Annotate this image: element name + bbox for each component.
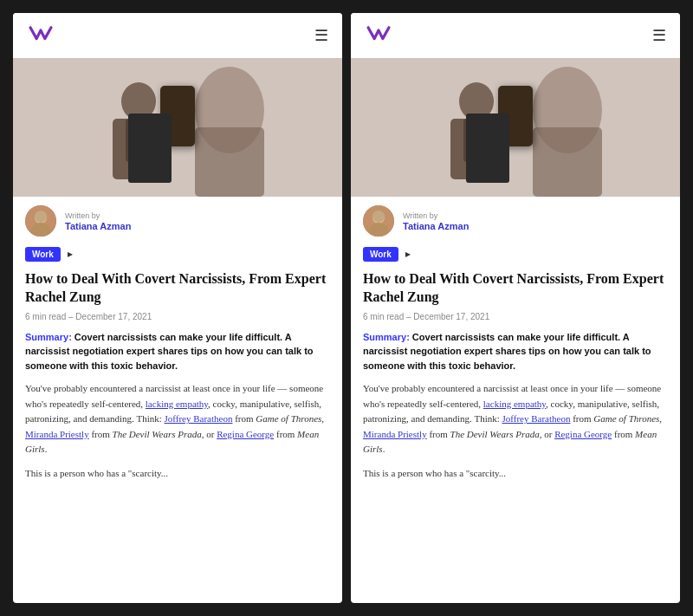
link4-right[interactable]: Regina George <box>554 429 612 439</box>
body4-right: , <box>659 413 662 424</box>
tag-row-left: Work ▸ <box>13 242 342 265</box>
body-end-right: This is a person who has a "scarcity... <box>351 463 680 487</box>
svg-point-5 <box>126 159 152 173</box>
written-by-right: Written by <box>403 211 469 220</box>
hero-image-left <box>13 58 342 197</box>
svg-rect-3 <box>126 119 152 162</box>
photo-scene-right <box>351 58 680 197</box>
cursor-left: ▸ <box>68 248 73 260</box>
italic2-left: The Devil Wears Prada <box>113 429 202 439</box>
logo-left <box>27 23 55 48</box>
body4-left: , <box>321 413 324 424</box>
body9-left: This is a person who has a "scarcity... <box>25 468 168 478</box>
tag-left[interactable]: Work <box>25 247 61 262</box>
body-end-left: This is a person who has a "scarcity... <box>13 463 342 487</box>
author-info-right: Written by Tatiana Azman <box>403 211 469 231</box>
hero-image-right <box>351 58 680 197</box>
link2-right[interactable]: Joffrey Baratheon <box>502 413 571 424</box>
article-title-left: How to Deal With Covert Narcissists, Fro… <box>13 265 342 310</box>
avatar-right <box>363 205 394 237</box>
italic1-left: Game of Thrones <box>256 413 321 424</box>
summary-label-right: Summary: <box>363 332 410 342</box>
body8-right: . <box>383 444 385 454</box>
svg-rect-16 <box>463 119 489 162</box>
hamburger-menu-left[interactable]: ☰ <box>314 26 328 45</box>
svg-rect-22 <box>468 124 485 148</box>
svg-rect-4 <box>128 121 149 154</box>
cursor-right: ▸ <box>405 248 411 260</box>
summary-label-left: Summary: <box>25 332 72 342</box>
body8-left: . <box>45 444 48 454</box>
link1-left[interactable]: lacking empathy <box>146 399 208 409</box>
hamburger-menu-right[interactable]: ☰ <box>652 26 666 45</box>
right-panel: ☰ <box>351 13 680 603</box>
body9-right: This is a person who has a "scarcity... <box>363 468 506 478</box>
author-info-left: Written by Tatiana Azman <box>65 211 131 231</box>
summary-block-right: Summary: Covert narcissists can make you… <box>351 327 680 379</box>
svg-point-12 <box>30 226 51 237</box>
svg-rect-21 <box>351 58 680 197</box>
italic1-right: Game of Thrones <box>593 413 659 424</box>
left-panel: ☰ <box>13 13 342 603</box>
svg-rect-9 <box>130 124 147 148</box>
svg-point-18 <box>463 159 489 173</box>
logo-right <box>365 23 392 48</box>
author-row-right: Written by Tatiana Azman <box>351 197 680 242</box>
written-by-left: Written by <box>65 211 131 220</box>
italic2-right: The Devil Wears Prada <box>450 429 540 439</box>
svg-point-10 <box>25 205 56 237</box>
body3-right: from <box>570 413 593 424</box>
body-text-left: You've probably encountered a narcissist… <box>13 378 342 463</box>
body6-left: , or <box>202 429 217 439</box>
tag-row-right: Work ▸ <box>351 242 680 265</box>
author-name-right[interactable]: Tatiana Azman <box>403 221 469 231</box>
meta-row-left: 6 min read – December 17, 2021 <box>13 310 342 327</box>
author-row-left: Written by Tatiana Azman <box>13 197 342 242</box>
body6-right: , or <box>540 429 554 439</box>
svg-rect-8 <box>13 58 342 197</box>
svg-point-24 <box>372 211 385 224</box>
svg-point-25 <box>368 226 389 237</box>
summary-block-left: Summary: Covert narcissists can make you… <box>13 327 342 379</box>
link3-left[interactable]: Miranda Priestly <box>25 429 89 439</box>
body3-left: from <box>232 413 256 424</box>
author-name-left[interactable]: Tatiana Azman <box>65 221 131 231</box>
link4-left[interactable]: Regina George <box>217 429 274 439</box>
nav-bar-right: ☰ <box>351 13 680 58</box>
body5-right: from <box>427 429 450 439</box>
avatar-left <box>25 205 56 237</box>
body7-right: from <box>612 429 635 439</box>
nav-bar-left: ☰ <box>13 13 342 58</box>
tag-right[interactable]: Work <box>363 247 398 262</box>
photo-scene-left <box>13 58 342 197</box>
body5-left: from <box>89 429 113 439</box>
svg-point-23 <box>363 205 394 237</box>
link3-right[interactable]: Miranda Priestly <box>363 429 427 439</box>
article-title-right: How to Deal With Covert Narcissists, Fro… <box>351 265 680 310</box>
link1-right[interactable]: lacking empathy <box>483 399 546 409</box>
svg-rect-17 <box>466 121 487 154</box>
body-text-right: You've probably encountered a narcissist… <box>351 378 680 463</box>
svg-point-11 <box>35 211 47 224</box>
link2-left[interactable]: Joffrey Baratheon <box>165 413 233 424</box>
body7-left: from <box>274 429 297 439</box>
screen: ☰ <box>0 0 693 616</box>
meta-row-right: 6 min read – December 17, 2021 <box>351 310 680 327</box>
